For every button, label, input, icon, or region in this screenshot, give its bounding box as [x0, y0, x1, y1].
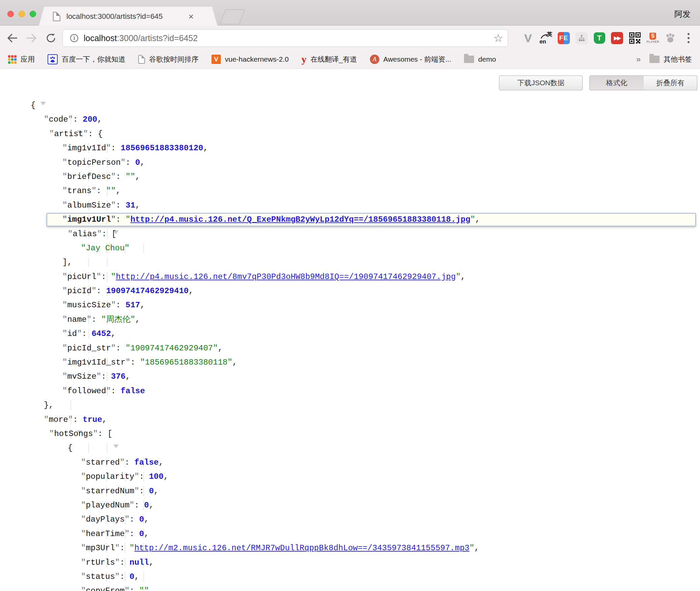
translate-extension-icon[interactable]: 英 en — [539, 31, 553, 45]
json-value: 6452 — [91, 329, 111, 338]
minimize-window-button[interactable] — [19, 11, 25, 17]
close-window-button[interactable] — [7, 11, 14, 17]
json-key: "picId_str" — [62, 344, 116, 353]
zoom-window-button[interactable] — [30, 11, 36, 17]
browser-menu-icon[interactable] — [682, 31, 695, 45]
reload-button[interactable] — [43, 26, 59, 50]
json-punctuation: : — [111, 386, 121, 396]
json-punctuation: , — [144, 515, 149, 524]
json-punctuation: : — [73, 415, 83, 424]
json-line: { — [0, 98, 700, 113]
json-punctuation: , — [475, 215, 480, 224]
json-value: 100 — [149, 472, 164, 481]
reload-icon — [46, 33, 56, 43]
json-line: "code": 200, — [0, 113, 700, 127]
json-punctuation: , — [232, 358, 237, 367]
json-url-link[interactable]: http://m2.music.126.net/RMJR7wDullRqppBk… — [134, 543, 469, 553]
json-line: "copyFrom": "", — [0, 584, 700, 591]
json-key: "id" — [62, 329, 82, 338]
format-button[interactable]: 格式化 — [589, 75, 644, 90]
paw-extension-icon[interactable] — [664, 31, 677, 45]
json-line: "musicSize": 517, — [0, 298, 700, 312]
profile-name[interactable]: 阿发 — [674, 9, 691, 20]
url-text: localhost:3000/artists?id=6452 — [84, 33, 198, 43]
json-line: "starred": false, — [0, 456, 700, 470]
json-punctuation: : — [116, 344, 125, 353]
indent-guide — [88, 258, 89, 267]
tab-close-icon[interactable]: × — [188, 12, 194, 21]
window-controls — [7, 11, 36, 17]
json-punctuation: , — [102, 415, 107, 424]
indent-guide — [143, 244, 144, 253]
json-punctuation: : — [73, 115, 83, 124]
json-key: "status" — [81, 572, 120, 581]
json-punctuation: , — [140, 301, 145, 310]
browser-tab[interactable]: localhost:3000/artists?id=645 × — [39, 7, 217, 26]
indent-guide — [143, 572, 144, 581]
org-chart-icon — [578, 34, 586, 42]
forward-button[interactable] — [24, 26, 39, 50]
json-line: "briefDesc": "", — [0, 170, 700, 184]
json-punctuation: , — [218, 344, 223, 353]
page-icon — [138, 55, 145, 64]
json-key: "dayPlays" — [81, 515, 129, 524]
json-key: "alias" — [68, 229, 102, 239]
bookmarks-overflow-chevron[interactable]: » — [636, 55, 641, 64]
collapse-all-button[interactable]: 折叠所有 — [644, 75, 697, 90]
json-key: "trans" — [62, 186, 96, 195]
json-string: "http://m2.music.126.net/RMJR7wDullRqppB… — [129, 543, 474, 553]
json-line: { — [0, 441, 700, 455]
json-punctuation: : — [96, 186, 106, 195]
json-line: "hotSongs": [ — [0, 427, 700, 441]
new-tab-button[interactable] — [220, 9, 245, 24]
bookmark-vue-hackernews[interactable]: V vue-hackernews-2.0 — [211, 55, 289, 64]
forward-arrow-icon — [27, 34, 36, 42]
sitemap-extension-icon[interactable] — [575, 31, 588, 45]
bookmark-youdao[interactable]: y 在线翻译_有道 — [301, 54, 357, 65]
json-line: ], — [0, 255, 700, 270]
back-button[interactable] — [5, 26, 20, 50]
json-punctuation: , — [144, 529, 149, 538]
tab-title-fade — [166, 12, 185, 21]
json-key: "img1v1Url" — [62, 215, 116, 224]
json-punctuation: : — [129, 515, 139, 524]
json-punctuation: : — [129, 529, 139, 538]
json-value: 0 — [144, 501, 149, 510]
bookmark-awesomes[interactable]: A Awesomes - 前端资... — [370, 55, 451, 64]
json-punctuation: : — [134, 501, 144, 510]
bookmark-apps[interactable]: 应用 — [8, 55, 35, 64]
page-info-icon[interactable]: i — [70, 34, 78, 42]
paw-icon — [665, 33, 676, 43]
download-json-button[interactable]: 下载JSON数据 — [499, 75, 583, 90]
json-line: "img1v1Url": "http://p4.music.126.net/Q_… — [0, 213, 700, 227]
bookmark-folder-demo[interactable]: demo — [464, 55, 496, 63]
html5-player-extension-icon[interactable]: 5 PLAYER — [646, 31, 660, 45]
address-bar[interactable]: i localhost:3000/artists?id=6452 ☆ — [62, 29, 508, 47]
page-favicon-icon — [53, 12, 60, 21]
json-url-link[interactable]: http://p4.music.126.net/8mv7qP30Pd3oHW8b… — [116, 272, 456, 281]
json-value: 18569651883380120 — [121, 144, 203, 153]
json-url-link[interactable]: http://p4.music.126.net/Q_ExePNkmgB2yWyL… — [130, 215, 470, 224]
json-punctuation: , — [461, 272, 465, 281]
json-value: 0 — [149, 487, 154, 496]
json-line: "topicPerson": 0, — [0, 156, 700, 170]
fast-forward-extension-icon[interactable]: ▶▶ — [610, 31, 624, 45]
back-arrow-icon — [8, 34, 17, 42]
json-string: "" — [139, 586, 149, 591]
json-line: "more": true, — [0, 413, 700, 427]
json-punctuation: , — [135, 315, 140, 324]
vue-devtools-icon[interactable]: V — [521, 31, 535, 45]
json-line: "mvSize": 376, — [0, 370, 700, 384]
bookmark-baidu[interactable]: 百度一下，你就知道 — [48, 54, 125, 64]
folder-icon — [464, 56, 474, 63]
json-string: "周杰伦" — [101, 315, 135, 324]
json-punctuation: }, — [44, 401, 54, 410]
other-bookmarks-folder[interactable]: 其他书签 — [649, 55, 692, 64]
fe-extension-icon[interactable]: FE — [557, 31, 571, 45]
json-punctuation: : — [82, 329, 92, 338]
qr-code-extension-icon[interactable] — [628, 31, 642, 45]
bookmark-star-icon[interactable]: ☆ — [493, 32, 503, 44]
json-line: "popularity": 100, — [0, 470, 700, 484]
bookmark-google-time[interactable]: 谷歌按时间排序 — [138, 55, 199, 64]
tampermonkey-icon[interactable]: T — [593, 31, 606, 45]
